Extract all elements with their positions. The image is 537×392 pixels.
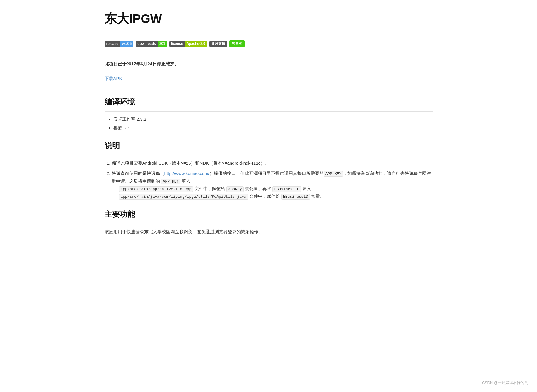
note-code3: app/src/main/java/com/liying/ipgw/utils/…: [119, 194, 248, 200]
heading-note: 说明: [105, 140, 433, 155]
note-item2-after6: 填入: [302, 186, 311, 191]
note-item1-text: 编译此项目需要Android SDK（版本>=25）和NDK（版本>=andro…: [112, 161, 270, 166]
badge-release: release v4.3.5: [105, 41, 134, 47]
badges-row: release v4.3.5 downloads 201 license Apa…: [105, 40, 433, 54]
note-item2-after5: 变化量。再将: [245, 186, 271, 191]
note-appkey1: APP_KEY: [324, 171, 343, 177]
compile-list: 安卓工作室 2.3.2 摇篮 3.3: [113, 116, 433, 132]
badge-downloads: downloads 201: [136, 41, 167, 47]
badge-release-value: v4.3.5: [120, 41, 133, 47]
badge-weibo[interactable]: 新浪微博: [209, 41, 227, 47]
badge-duhuo[interactable]: 独毒火: [229, 40, 245, 47]
badge-downloads-value: 201: [158, 41, 167, 47]
note-item2-after8: 常量。: [311, 194, 324, 199]
badge-license-value: Apache-2.0: [185, 41, 207, 47]
section-notice: 此项目已于2017年6月24日停止维护。: [105, 60, 433, 67]
badge-license-label: license: [169, 41, 185, 47]
heading-compile: 编译环境: [105, 96, 433, 112]
main-func-desc: 该应用用于快速登录东北大学校园网互联网关，避免通过浏览器登录的繁杂操作。: [105, 228, 433, 236]
list-item: 安卓工作室 2.3.2: [113, 116, 433, 123]
list-item: 摇篮 3.3: [113, 125, 433, 132]
list-item: 编译此项目需要Android SDK（版本>=25）和NDK（版本>=andro…: [112, 159, 433, 167]
note-appkey3: appKey: [226, 186, 244, 192]
badge-license: license Apache-2.0: [169, 41, 207, 47]
note-item2-after7: 文件中，赋值给: [249, 194, 280, 199]
badge-weibo-label: 新浪微博: [209, 41, 227, 47]
note-list: 编译此项目需要Android SDK（版本>=25）和NDK（版本>=andro…: [112, 159, 433, 200]
download-apk-link[interactable]: 下载APK: [105, 75, 122, 82]
note-appkey2: APP_KEY: [161, 179, 181, 184]
heading-main-func: 主要功能: [105, 208, 433, 224]
note-item2-after4: 文件中，赋值给: [195, 186, 225, 191]
note-code4: EBusinessID: [281, 194, 310, 200]
note-item2-after1: ）提供的接口，但此开源项目里不提供调用其接口所需要的: [209, 171, 324, 176]
list-item: 快递查询使用的是快递鸟（http://www.kdniao.com/）提供的接口…: [112, 170, 433, 200]
kdniao-link[interactable]: http://www.kdniao.com/: [164, 171, 209, 176]
note-item2-before: 快递查询使用的是快递鸟（: [112, 171, 164, 176]
note-item2-after3: 填入: [182, 178, 190, 183]
page-wrapper: 东大IPGW release v4.3.5 downloads 201 lice…: [93, 0, 444, 244]
notice-text: 此项目已于2017年6月24日停止维护。: [105, 60, 433, 67]
badge-release-label: release: [105, 41, 120, 47]
note-code1: app/src/main/cpp/native-lib.cpp: [119, 186, 193, 192]
badge-downloads-label: downloads: [136, 41, 158, 47]
page-title: 东大IPGW: [105, 9, 433, 34]
note-code2: EBusinessID: [272, 186, 301, 192]
